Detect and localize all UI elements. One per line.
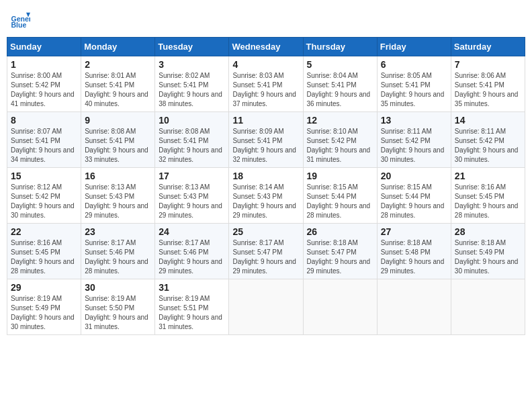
svg-text:Blue: Blue [11,21,27,29]
calendar-cell [377,279,451,335]
day-info: Sunrise: 8:07 AMSunset: 5:41 PMDaylight:… [11,128,75,163]
day-info: Sunrise: 8:12 AMSunset: 5:42 PMDaylight:… [11,183,75,219]
day-info: Sunrise: 8:05 AMSunset: 5:41 PMDaylight:… [381,72,445,107]
day-number: 4 [232,59,299,70]
day-number: 12 [307,115,373,126]
calendar-header-saturday: Saturday [451,38,525,56]
day-info: Sunrise: 8:19 AMSunset: 5:51 PMDaylight:… [159,295,222,330]
calendar-cell: 19 Sunrise: 8:15 AMSunset: 5:44 PMDaylig… [303,168,377,224]
calendar-week-1: 1 Sunrise: 8:00 AMSunset: 5:42 PMDayligh… [7,56,525,112]
calendar-cell: 30 Sunrise: 8:19 AMSunset: 5:50 PMDaylig… [81,279,155,335]
day-info: Sunrise: 8:18 AMSunset: 5:49 PMDaylight:… [455,239,519,275]
calendar-cell: 15 Sunrise: 8:12 AMSunset: 5:42 PMDaylig… [7,168,81,224]
calendar-cell: 25 Sunrise: 8:17 AMSunset: 5:47 PMDaylig… [229,224,303,279]
day-number: 14 [455,115,521,126]
day-info: Sunrise: 8:16 AMSunset: 5:45 PMDaylight:… [11,239,75,275]
day-info: Sunrise: 8:17 AMSunset: 5:47 PMDaylight:… [232,239,296,275]
calendar-cell: 14 Sunrise: 8:11 AMSunset: 5:42 PMDaylig… [451,112,525,168]
day-info: Sunrise: 8:19 AMSunset: 5:49 PMDaylight:… [11,295,75,330]
day-info: Sunrise: 8:11 AMSunset: 5:42 PMDaylight:… [455,128,519,163]
day-number: 24 [159,226,225,237]
calendar-cell: 23 Sunrise: 8:17 AMSunset: 5:46 PMDaylig… [81,224,155,279]
day-number: 15 [11,171,77,181]
day-number: 19 [307,171,373,181]
day-number: 22 [11,226,77,237]
logo: General Blue [10,10,33,30]
day-number: 18 [232,171,299,181]
day-number: 17 [159,171,225,181]
calendar-cell: 4 Sunrise: 8:03 AMSunset: 5:41 PMDayligh… [229,56,303,112]
day-number: 7 [455,59,521,70]
day-info: Sunrise: 8:14 AMSunset: 5:43 PMDaylight:… [232,183,296,219]
calendar-cell: 6 Sunrise: 8:05 AMSunset: 5:41 PMDayligh… [377,56,451,112]
day-info: Sunrise: 8:18 AMSunset: 5:48 PMDaylight:… [381,239,445,275]
day-number: 27 [381,226,447,237]
calendar-cell [303,279,377,335]
calendar-header-tuesday: Tuesday [155,38,229,56]
calendar-cell [451,279,525,335]
day-number: 28 [455,226,521,237]
calendar-cell: 7 Sunrise: 8:06 AMSunset: 5:41 PMDayligh… [451,56,525,112]
day-number: 5 [307,59,373,70]
day-info: Sunrise: 8:13 AMSunset: 5:43 PMDaylight:… [159,183,222,219]
day-info: Sunrise: 8:02 AMSunset: 5:41 PMDaylight:… [159,72,222,107]
day-number: 31 [159,282,225,293]
calendar-cell: 29 Sunrise: 8:19 AMSunset: 5:49 PMDaylig… [7,279,81,335]
day-info: Sunrise: 8:08 AMSunset: 5:41 PMDaylight:… [85,128,148,163]
day-number: 13 [381,115,447,126]
calendar-cell: 9 Sunrise: 8:08 AMSunset: 5:41 PMDayligh… [81,112,155,168]
day-number: 11 [232,115,299,126]
calendar-cell: 5 Sunrise: 8:04 AMSunset: 5:41 PMDayligh… [303,56,377,112]
day-number: 20 [381,171,447,181]
calendar-header-row: SundayMondayTuesdayWednesdayThursdayFrid… [7,38,525,56]
calendar-table: SundayMondayTuesdayWednesdayThursdayFrid… [7,37,525,335]
day-info: Sunrise: 8:19 AMSunset: 5:50 PMDaylight:… [85,295,148,330]
calendar-header-monday: Monday [81,38,155,56]
day-number: 26 [307,226,373,237]
day-info: Sunrise: 8:10 AMSunset: 5:42 PMDaylight:… [307,128,371,163]
page-header: General Blue [7,7,525,30]
calendar-cell: 21 Sunrise: 8:16 AMSunset: 5:45 PMDaylig… [451,168,525,224]
day-info: Sunrise: 8:18 AMSunset: 5:47 PMDaylight:… [307,239,371,275]
day-info: Sunrise: 8:00 AMSunset: 5:42 PMDaylight:… [11,72,75,107]
calendar-week-2: 8 Sunrise: 8:07 AMSunset: 5:41 PMDayligh… [7,112,525,168]
calendar-header-friday: Friday [377,38,451,56]
day-number: 9 [85,115,151,126]
calendar-cell: 13 Sunrise: 8:11 AMSunset: 5:42 PMDaylig… [377,112,451,168]
day-number: 25 [232,226,299,237]
calendar-header-sunday: Sunday [7,38,81,56]
day-info: Sunrise: 8:15 AMSunset: 5:44 PMDaylight:… [381,183,445,219]
day-info: Sunrise: 8:17 AMSunset: 5:46 PMDaylight:… [159,239,222,275]
calendar-week-3: 15 Sunrise: 8:12 AMSunset: 5:42 PMDaylig… [7,168,525,224]
calendar-cell: 11 Sunrise: 8:09 AMSunset: 5:41 PMDaylig… [229,112,303,168]
calendar-cell: 10 Sunrise: 8:08 AMSunset: 5:41 PMDaylig… [155,112,229,168]
calendar-cell: 12 Sunrise: 8:10 AMSunset: 5:42 PMDaylig… [303,112,377,168]
calendar-cell [229,279,303,335]
calendar-cell: 22 Sunrise: 8:16 AMSunset: 5:45 PMDaylig… [7,224,81,279]
day-info: Sunrise: 8:11 AMSunset: 5:42 PMDaylight:… [381,128,445,163]
calendar-cell: 17 Sunrise: 8:13 AMSunset: 5:43 PMDaylig… [155,168,229,224]
calendar-cell: 31 Sunrise: 8:19 AMSunset: 5:51 PMDaylig… [155,279,229,335]
calendar-cell: 20 Sunrise: 8:15 AMSunset: 5:44 PMDaylig… [377,168,451,224]
logo-icon: General Blue [10,10,30,30]
day-number: 6 [381,59,447,70]
day-number: 10 [159,115,225,126]
day-info: Sunrise: 8:17 AMSunset: 5:46 PMDaylight:… [85,239,148,275]
calendar-cell: 28 Sunrise: 8:18 AMSunset: 5:49 PMDaylig… [451,224,525,279]
day-info: Sunrise: 8:04 AMSunset: 5:41 PMDaylight:… [307,72,371,107]
day-info: Sunrise: 8:06 AMSunset: 5:41 PMDaylight:… [455,72,519,107]
day-number: 21 [455,171,521,181]
day-number: 3 [159,59,225,70]
day-number: 16 [85,171,151,181]
calendar-cell: 18 Sunrise: 8:14 AMSunset: 5:43 PMDaylig… [229,168,303,224]
calendar-cell: 16 Sunrise: 8:13 AMSunset: 5:43 PMDaylig… [81,168,155,224]
day-number: 23 [85,226,151,237]
calendar-cell: 2 Sunrise: 8:01 AMSunset: 5:41 PMDayligh… [81,56,155,112]
day-info: Sunrise: 8:08 AMSunset: 5:41 PMDaylight:… [159,128,222,163]
calendar-cell: 24 Sunrise: 8:17 AMSunset: 5:46 PMDaylig… [155,224,229,279]
day-info: Sunrise: 8:16 AMSunset: 5:45 PMDaylight:… [455,183,519,219]
day-number: 29 [11,282,77,293]
day-info: Sunrise: 8:13 AMSunset: 5:43 PMDaylight:… [85,183,148,219]
calendar-header-thursday: Thursday [303,38,377,56]
day-number: 8 [11,115,77,126]
